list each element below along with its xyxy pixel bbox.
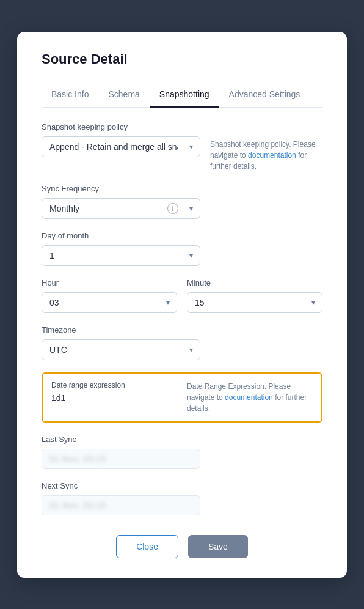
footer-buttons: Close Save (42, 535, 322, 558)
date-range-docs-link[interactable]: documentation (225, 393, 273, 402)
next-sync-value: 01 Nov, 03:15 (42, 495, 200, 515)
minute-select-wrap: 15 ▾ (187, 292, 322, 313)
tab-snapshotting[interactable]: Snapshotting (150, 84, 219, 108)
modal-title: Source Detail (42, 51, 322, 67)
timezone-select[interactable]: UTC (42, 339, 200, 360)
minute-label: Minute (187, 278, 322, 287)
snapshot-policy-dropdown-wrapper: Append - Retain and merge all snapshots … (42, 136, 200, 157)
minute-select[interactable]: 15 (187, 292, 322, 313)
tab-advanced-settings[interactable]: Advanced Settings (219, 84, 310, 108)
hour-select-wrap: 03 ▾ (42, 292, 177, 313)
last-sync-label: Last Sync (42, 435, 322, 444)
date-range-section: Date range expression 1d1 Date Range Exp… (42, 372, 322, 423)
sync-frequency-info-icon[interactable]: i (167, 203, 178, 214)
hour-minute-row: Hour 03 ▾ Minute 15 ▾ (42, 278, 322, 313)
next-sync-blurred: 01 Nov, 03:15 (49, 501, 106, 510)
next-sync-section: Next Sync 01 Nov, 03:15 (42, 481, 322, 515)
sync-frequency-label: Sync Frequency (42, 184, 322, 193)
snapshot-policy-docs-link[interactable]: documentation (248, 151, 296, 160)
tab-basic-info[interactable]: Basic Info (42, 84, 98, 108)
hour-select[interactable]: 03 (42, 292, 177, 313)
last-sync-section: Last Sync 01 Nov, 03:15 (42, 435, 322, 469)
snapshot-policy-select[interactable]: Append - Retain and merge all snapshots (42, 136, 200, 157)
tab-bar: Basic Info Schema Snapshotting Advanced … (42, 84, 322, 108)
close-button[interactable]: Close (116, 535, 178, 558)
last-sync-blurred: 01 Nov, 03:15 (49, 454, 106, 463)
snapshot-policy-row: Append - Retain and merge all snapshots … (42, 136, 322, 172)
timezone-section: Timezone UTC ▾ (42, 325, 322, 360)
tab-schema[interactable]: Schema (98, 84, 149, 108)
date-range-value[interactable]: 1d1 (51, 393, 177, 403)
hour-label: Hour (42, 278, 177, 287)
day-of-month-select-wrap: 1 ▾ (42, 245, 200, 266)
date-range-label: Date range expression (51, 381, 177, 389)
timezone-label: Timezone (42, 325, 322, 334)
minute-group: Minute 15 ▾ (187, 278, 322, 313)
day-of-month-select[interactable]: 1 (42, 245, 200, 266)
sync-frequency-section: Sync Frequency Monthly i ▾ (42, 184, 322, 219)
timezone-select-wrap: UTC ▾ (42, 339, 200, 360)
last-sync-value: 01 Nov, 03:15 (42, 449, 200, 469)
modal: Source Detail Basic Info Schema Snapshot… (17, 32, 347, 578)
snapshot-policy-label: Snapshot keeping policy (42, 122, 322, 131)
hour-minute-section: Hour 03 ▾ Minute 15 ▾ (42, 278, 322, 313)
sync-frequency-select-wrap: Monthly i ▾ (42, 198, 200, 219)
snapshot-policy-select-wrap: Append - Retain and merge all snapshots … (42, 136, 200, 157)
save-button[interactable]: Save (188, 535, 248, 558)
hour-group: Hour 03 ▾ (42, 278, 177, 313)
date-range-box: Date range expression 1d1 Date Range Exp… (42, 372, 322, 423)
day-of-month-label: Day of month (42, 231, 322, 240)
day-of-month-section: Day of month 1 ▾ (42, 231, 322, 266)
snapshot-policy-note: Snapshot keeping policy. Please navigate… (210, 136, 322, 172)
date-range-note: Date Range Expression. Please navigate t… (187, 381, 313, 414)
next-sync-label: Next Sync (42, 481, 322, 490)
date-range-input-area: Date range expression 1d1 (51, 381, 177, 403)
snapshot-policy-section: Snapshot keeping policy Append - Retain … (42, 122, 322, 172)
